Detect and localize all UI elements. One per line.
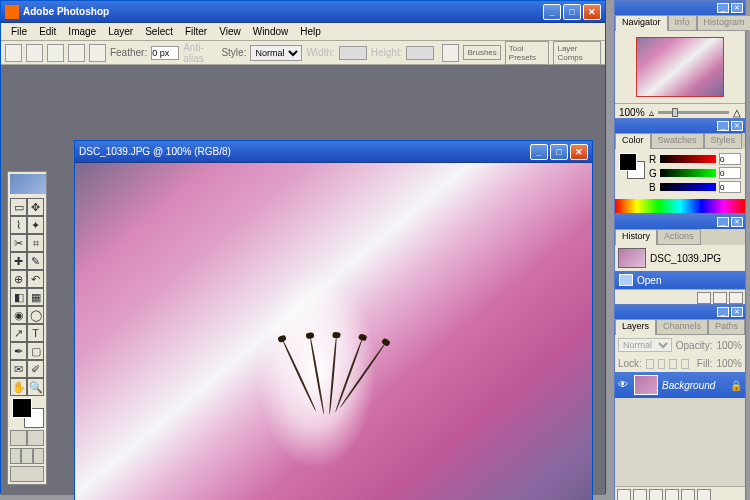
panel-minimize-button[interactable]: _ [717,217,729,227]
new-layer-icon[interactable] [681,489,695,501]
b-slider[interactable] [660,183,716,191]
menu-edit[interactable]: Edit [33,24,62,39]
panel-close-button[interactable]: ✕ [731,121,743,131]
actions-tab[interactable]: Actions [657,229,701,245]
brush-tool[interactable]: ✎ [27,252,44,270]
menu-file[interactable]: File [5,24,33,39]
heal-tool[interactable]: ✚ [10,252,27,270]
pen-tool[interactable]: ✒ [10,342,27,360]
image-canvas[interactable] [75,163,592,500]
zoom-in-icon[interactable]: △ [733,107,741,118]
zoom-out-icon[interactable]: ▵ [649,107,654,118]
new-snapshot-icon[interactable] [713,292,727,304]
minimize-button[interactable]: _ [543,4,561,20]
slice-tool[interactable]: ⌗ [27,234,44,252]
history-snapshot[interactable]: DSC_1039.JPG [615,245,745,271]
notes-tool[interactable]: ✉ [10,360,27,378]
adjustment-layer-icon[interactable] [665,489,679,501]
lock-transparent-icon[interactable] [646,359,654,369]
wand-tool[interactable]: ✦ [27,216,44,234]
history-step[interactable]: Open [615,271,745,289]
history-brush-tool[interactable]: ↶ [27,270,44,288]
panel-close-button[interactable]: ✕ [731,307,743,317]
menu-filter[interactable]: Filter [179,24,213,39]
maximize-button[interactable]: □ [563,4,581,20]
color-swatch[interactable] [619,153,645,179]
image-minimize-button[interactable]: _ [530,144,548,160]
app-titlebar[interactable]: Adobe Photoshop _ □ ✕ [1,1,605,23]
panel-close-button[interactable]: ✕ [731,217,743,227]
selection-add-icon[interactable] [47,44,64,62]
screen-mode-2-button[interactable] [21,448,32,464]
layer-mask-icon[interactable] [633,489,647,501]
crop-tool[interactable]: ✂ [10,234,27,252]
menu-window[interactable]: Window [247,24,295,39]
screen-mode-1-button[interactable] [10,448,21,464]
lock-paint-icon[interactable] [658,359,666,369]
selection-new-icon[interactable] [26,44,43,62]
g-slider[interactable] [660,169,716,177]
paths-tab[interactable]: Paths [708,319,745,335]
new-doc-icon[interactable] [697,292,711,304]
styles-tab[interactable]: Styles [704,133,743,149]
standard-mode-button[interactable] [10,430,27,446]
path-tool[interactable]: ↗ [10,324,27,342]
g-input[interactable] [719,167,741,179]
shape-tool[interactable]: ▢ [27,342,44,360]
info-tab[interactable]: Info [668,15,697,31]
screen-mode-3-button[interactable] [33,448,44,464]
marquee-tool[interactable]: ▭ [10,198,27,216]
menu-select[interactable]: Select [139,24,179,39]
selection-intersect-icon[interactable] [89,44,106,62]
eraser-tool[interactable]: ◧ [10,288,27,306]
panel-minimize-button[interactable]: _ [717,307,729,317]
palette-well-icon[interactable] [442,44,459,62]
gradient-tool[interactable]: ▦ [27,288,44,306]
color-swatches[interactable] [10,398,46,428]
close-button[interactable]: ✕ [583,4,601,20]
zoom-tool[interactable]: 🔍 [27,378,44,396]
blur-tool[interactable]: ◉ [10,306,27,324]
menu-view[interactable]: View [213,24,247,39]
image-close-button[interactable]: ✕ [570,144,588,160]
layer-style-icon[interactable] [617,489,631,501]
channels-tab[interactable]: Channels [656,319,708,335]
menu-layer[interactable]: Layer [102,24,139,39]
panel-minimize-button[interactable]: _ [717,3,729,13]
palette-brushes-tab[interactable]: Brushes [463,45,500,60]
history-tab[interactable]: History [615,229,657,245]
feather-input[interactable] [151,46,179,60]
move-tool[interactable]: ✥ [27,198,44,216]
selection-subtract-icon[interactable] [68,44,85,62]
image-titlebar[interactable]: DSC_1039.JPG @ 100% (RGB/8) _ □ ✕ [75,141,592,163]
image-maximize-button[interactable]: □ [550,144,568,160]
visibility-icon[interactable]: 👁 [618,379,630,391]
palette-tool-presets-tab[interactable]: Tool Presets [505,41,550,65]
color-spectrum[interactable] [615,199,745,213]
lock-all-icon[interactable] [681,359,689,369]
jump-to-button[interactable] [10,466,44,482]
style-select[interactable]: Normal [250,45,302,61]
stamp-tool[interactable]: ⊕ [10,270,27,288]
lock-move-icon[interactable] [669,359,677,369]
menu-image[interactable]: Image [62,24,102,39]
delete-icon[interactable] [729,292,743,304]
delete-layer-icon[interactable] [697,489,711,501]
layers-tab[interactable]: Layers [615,319,656,335]
marquee-preset-icon[interactable] [5,44,22,62]
histogram-tab[interactable]: Histogram [697,15,750,31]
layer-row[interactable]: 👁 Background 🔒 [615,372,745,398]
panel-close-button[interactable]: ✕ [731,3,743,13]
panel-minimize-button[interactable]: _ [717,121,729,131]
navigator-tab[interactable]: Navigator [615,15,668,31]
lasso-tool[interactable]: ⌇ [10,216,27,234]
quickmask-mode-button[interactable] [27,430,44,446]
navigator-zoom-value[interactable]: 100% [619,107,645,118]
eyedropper-tool[interactable]: ✐ [27,360,44,378]
hand-tool[interactable]: ✋ [10,378,27,396]
navigator-thumbnail[interactable] [636,37,724,97]
swatches-tab[interactable]: Swatches [651,133,704,149]
type-tool[interactable]: T [27,324,44,342]
color-tab[interactable]: Color [615,133,651,149]
new-set-icon[interactable] [649,489,663,501]
